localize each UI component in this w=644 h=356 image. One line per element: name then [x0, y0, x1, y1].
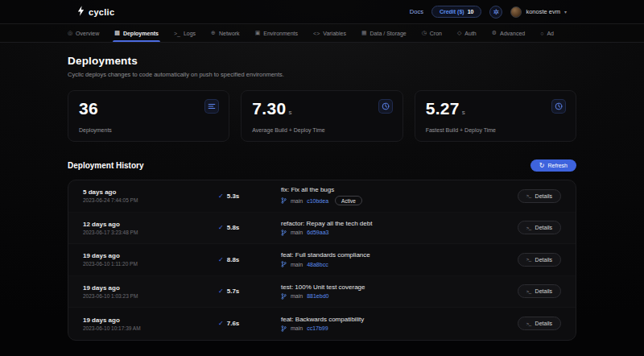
timestamp: 2023-06-10 1:11:20 PM	[83, 261, 218, 267]
commit-hash[interactable]: c10bdea	[307, 198, 328, 204]
check-icon: ✓	[218, 224, 224, 231]
timestamp: 2023-06-17 3:23:48 PM	[83, 230, 218, 235]
relative-time: 19 days ago	[83, 252, 218, 259]
deployment-row: 12 days ago 2023-06-17 3:23:48 PM ✓ 5.8s…	[68, 213, 576, 245]
refresh-button[interactable]: ↻ Refresh	[530, 159, 576, 172]
stat-label: Average Build + Deploy Time	[252, 127, 324, 133]
details-button[interactable]: >_ Details	[518, 253, 561, 267]
network-icon: ⊕	[211, 30, 216, 36]
tab-environments[interactable]: ▣ Environments	[255, 24, 298, 42]
check-icon: ✓	[218, 192, 224, 200]
stat-card: 7.30 s Average Build + Deploy Time	[241, 90, 402, 142]
credit-button[interactable]: Credit ($) 10	[431, 6, 482, 18]
deployments-icon: ▤	[114, 30, 120, 36]
tab-auth[interactable]: ◇ Auth	[457, 24, 477, 42]
git-branch-icon	[281, 325, 287, 332]
nav-tabs: ◎ Overview ▤ Deployments >_ Logs ⊕ Netwo…	[0, 24, 644, 43]
commit-hash[interactable]: 48a8bcc	[307, 262, 328, 267]
deployment-row: 19 days ago 2023-06-10 10:17:39 AM ✓ 7.6…	[68, 308, 576, 340]
credit-label: Credit ($)	[440, 9, 464, 14]
build-duration: 5.7s	[227, 288, 240, 295]
tab-ad[interactable]: ○ Ad	[540, 24, 554, 42]
build-duration: 5.8s	[227, 224, 240, 231]
stat-unit: s	[288, 109, 291, 116]
cron-clock-icon: ◷	[422, 30, 427, 36]
terminal-icon: >_	[526, 226, 531, 230]
status-badge: Active	[335, 196, 362, 205]
details-button[interactable]: >_ Details	[518, 221, 561, 234]
user-menu[interactable]: konoste evm ▾	[510, 6, 567, 18]
tab-label: Auth	[464, 31, 476, 36]
docs-link[interactable]: Docs	[410, 8, 423, 15]
branch-name: main	[291, 325, 303, 331]
tab-advanced[interactable]: ⚙ Advanced	[492, 24, 525, 42]
tab-deployments[interactable]: ▤ Deployments	[114, 24, 159, 42]
branch-name: main	[291, 262, 303, 267]
tab-label: Variables	[323, 31, 346, 36]
stat-label: Deployments	[79, 127, 112, 133]
commit-hash[interactable]: 6d59aa3	[307, 230, 328, 235]
deployment-row: 19 days ago 2023-06-10 1:03:23 PM ✓ 5.7s…	[68, 276, 576, 308]
top-header: cyclic Docs Credit ($) 10 ✲ konoste evm …	[0, 0, 644, 24]
stat-label: Fastest Build + Deploy Time	[426, 127, 496, 133]
tab-label: Logs	[184, 31, 196, 36]
deployment-row: 19 days ago 2023-06-10 1:11:20 PM ✓ 8.8s…	[68, 244, 576, 276]
commit-hash[interactable]: cc17b99	[307, 325, 328, 331]
details-button[interactable]: >_ Details	[518, 317, 561, 330]
branch-name: main	[291, 198, 303, 204]
terminal-icon: >_	[526, 321, 531, 326]
check-icon: ✓	[218, 288, 224, 295]
git-branch-icon	[281, 197, 287, 204]
username: konoste evm	[526, 8, 560, 15]
star-icon-button[interactable]: ✲	[489, 6, 502, 19]
stat-card: 36 Deployments	[68, 90, 229, 142]
commit-message: test: 100% Unit test coverage	[281, 284, 518, 291]
tab-label: Cron	[430, 31, 442, 36]
tab-variables[interactable]: <> Variables	[313, 24, 346, 42]
git-branch-icon	[281, 230, 287, 236]
tab-network[interactable]: ⊕ Network	[211, 24, 240, 42]
branch-name: main	[291, 293, 303, 299]
check-icon: ✓	[218, 256, 224, 263]
tab-label: Overview	[76, 31, 99, 36]
history-title: Deployment History	[68, 161, 143, 170]
stat-value: 5.27	[426, 99, 460, 118]
logo-text: cyclic	[89, 7, 114, 17]
commit-hash[interactable]: 881ebd0	[307, 293, 328, 299]
stat-cards: 36 Deployments 7.30 s Average Build + De…	[68, 90, 576, 142]
relative-time: 5 days ago	[83, 188, 218, 196]
overview-icon: ◎	[68, 30, 72, 36]
variables-icon: <>	[313, 31, 320, 36]
refresh-label: Refresh	[547, 163, 568, 168]
tab-label: Ad	[547, 31, 554, 36]
git-branch-icon	[281, 293, 287, 300]
refresh-icon: ↻	[539, 164, 545, 168]
avatar	[510, 6, 522, 18]
tab-data-storage[interactable]: ▦ Data / Storage	[361, 24, 407, 42]
timestamp: 2023-06-24 7:44:05 PM	[83, 197, 218, 203]
clock-icon	[551, 99, 566, 114]
page-title: Deployments	[68, 55, 576, 67]
relative-time: 12 days ago	[83, 221, 218, 228]
tab-logs[interactable]: >_ Logs	[174, 24, 196, 42]
commit-message: feat: Full standards compliance	[281, 251, 518, 259]
branch-name: main	[291, 230, 303, 235]
gear-icon: ⚙	[492, 30, 497, 36]
check-icon: ✓	[218, 320, 224, 327]
page-subtitle: Cyclic deploys changes to code automatic…	[68, 71, 576, 78]
tab-overview[interactable]: ◎ Overview	[68, 24, 99, 42]
chevron-down-icon: ▾	[564, 9, 567, 14]
tab-label: Environments	[263, 31, 298, 36]
tab-cron[interactable]: ◷ Cron	[422, 24, 442, 42]
timestamp: 2023-06-10 1:03:23 PM	[83, 293, 218, 299]
details-button[interactable]: >_ Details	[518, 284, 561, 298]
details-button[interactable]: >_ Details	[518, 189, 561, 203]
terminal-icon: >_	[526, 257, 531, 262]
details-label: Details	[535, 257, 552, 263]
credit-value: 10	[468, 9, 474, 14]
details-label: Details	[535, 321, 552, 326]
build-duration: 8.8s	[227, 256, 240, 263]
terminal-icon: >_	[526, 289, 531, 294]
app-logo[interactable]: cyclic	[77, 5, 114, 19]
tab-label: Deployments	[123, 31, 159, 36]
